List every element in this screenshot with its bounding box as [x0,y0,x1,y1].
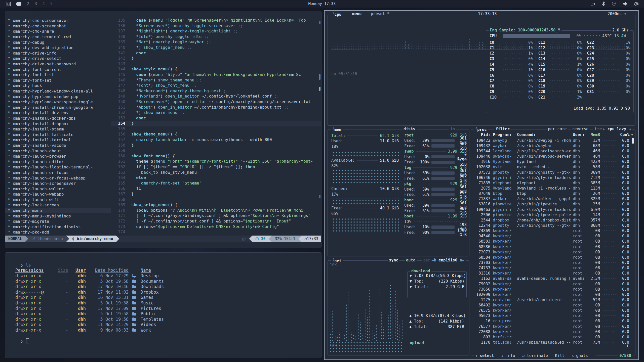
process-row[interactable]: 81310kworker/root0B0.0 [473,271,633,276]
proc-footer-keys[interactable]: ↑ select ↓ info ↵ terminate Kill signals [474,353,596,358]
file-item[interactable]: *omarchy-drive-select [5,56,111,61]
process-row[interactable]: 109432waybar/usr/bin/waybardhh68M0.0 [473,143,633,148]
file-item[interactable]: *omarchy-launch-walker [5,186,111,192]
file-item[interactable]: *omarchy-hook [5,83,111,88]
process-row[interactable]: 87573ghostty/usr/bin/ghostty --gtk-dhh36… [473,170,633,175]
process-row[interactable]: 87649btopbtopdhh26M0.0 [473,191,633,196]
workspace-5[interactable]: 5 [50,2,53,6]
process-row[interactable]: 109344localsea/usr/lib/localsearch-exdhh… [473,148,633,154]
process-row[interactable]: 63816pipewire/usr/bin/pipewiredhh25M0.0 [473,202,633,207]
logout-icon[interactable] [591,2,595,6]
workspace-2[interactable]: 2 [27,2,29,6]
proc-scrollbar[interactable] [632,138,634,144]
file-item[interactable]: *omarchy-dev-add-migration [5,45,111,51]
workspace-4[interactable]: 4 [43,2,45,6]
file-item[interactable]: *omarchy-menu [5,208,111,213]
process-row[interactable]: 72088kworker/root0B0.0 [473,329,633,334]
scrollbar-mark[interactable] [319,21,320,24]
cpu-tab-menu[interactable]: menu [351,12,363,16]
process-row[interactable]: 1162avahi-daavahi-daemon: running [avahi… [473,276,633,281]
file-item[interactable]: *omarchy-hyprland-window-pop [5,94,111,99]
file-item[interactable]: *omarchy-cmd-screensaver [5,18,111,23]
file-item[interactable]: *omarchy-debug [5,39,111,45]
update-interval[interactable]: - 2000ms + [602,12,628,16]
file-item[interactable]: *omarchy-install-terminal [5,137,111,143]
net-tab-auto[interactable]: auto [405,258,417,262]
btop-window[interactable]: 1cpu menu preset * 17:33:13 - 2000ms + u… [324,10,639,360]
file-item[interactable]: *omarchy-install-vscode [5,143,111,148]
file-item[interactable]: *omarchy-cmd-share [5,29,111,34]
process-row[interactable]: 106746glycin-i/usr/lib/glycin-loadersdhh… [473,175,633,180]
proc-tab-per-core[interactable]: per-core [547,127,568,131]
process-row[interactable]: 2544dropbox/home/dhh/.dropbox-distdhh357… [473,217,633,223]
file-item[interactable]: *omarchy-launch-or-focus [5,170,111,175]
code-pane[interactable]: 135 case $(menu "Toggle" "▣ Screensaver\… [111,11,321,235]
process-row[interactable]: 95673kworker/root0B0.0 [473,313,633,319]
process-row[interactable]: 68586kworker/root0B0.0 [473,244,633,249]
process-row[interactable]: 76575kworker/root0B0.0 [473,308,633,313]
process-row[interactable]: 102099kworker/root0B0.0 [473,292,633,297]
file-item[interactable]: *omarchy-install-docker-dbs [5,116,111,121]
process-row[interactable]: 1170tailscal/usr/sbin/tailscaled --root7… [473,340,633,345]
file-item[interactable]: *omarchy-font-list [5,72,111,78]
editor-terminal-window[interactable]: *omarchy-cmd-screensaver*omarchy-cmd-scr… [5,11,321,248]
process-row[interactable]: 109463glycin-i/usr/lib/glycin-loadersdhh… [473,207,633,212]
process-row[interactable]: 68583kworker/root0B0.0 [473,239,633,244]
process-row[interactable]: 73656kworker/root0B0.0 [473,287,633,292]
process-row[interactable]: 76577kworker/root0B0.0 [473,324,633,329]
process-row[interactable]: 73703kworker/root0B0.0 [473,260,633,265]
process-row[interactable]: 109440swayosd-/usr/bin/swayosd-serverdhh… [473,154,633,159]
process-row[interactable]: 71835elephantelephantdhh385M0.0 [473,180,633,186]
process-row[interactable]: 1275containe/usr/bin/containerdroot52M0.… [473,297,633,302]
proc-tab-reverse[interactable]: reverse [571,127,590,131]
file-item[interactable]: *omarchy-launch-webapp [5,192,111,197]
file-item[interactable]: *omarchy-cmd-screenshot [5,23,111,29]
file-item[interactable]: *omarchy-migrate [5,219,111,224]
proc-sort[interactable]: ← cpu lazy → [601,127,632,131]
file-item[interactable]: *omarchy-launch-screensaver [5,181,111,186]
process-row[interactable]: 79032kworker/root0B0.0 [473,281,633,287]
process-row[interactable]: 109423swaybg/usr/bin/swaybg -i /homdhh13… [473,138,633,143]
file-item[interactable]: *omarchy-launch-about [5,148,111,154]
workspace-3[interactable]: 3 [35,2,37,6]
network-icon[interactable] [612,2,617,6]
file-item[interactable]: *omarchy-menu-keybindings [5,213,111,219]
process-row[interactable]: 71837walker/usr/bin/walker --gappldhh325… [473,196,633,202]
ls-terminal-window[interactable]: ~ ❯ lsPermissionsSizeUserDate ModifiedNa… [5,252,321,358]
scrollbar-mark[interactable] [319,195,320,198]
workspace-1-active[interactable] [16,2,21,6]
process-row[interactable]: 94540kworker/root0B0.0 [473,234,633,239]
process-row[interactable]: 1916HyprlandHyprlanddhh423M0.0 [473,159,633,164]
process-row[interactable]: 2075XwaylandXwayland :1 -rootless -dhh11… [473,186,633,191]
chip-icon[interactable] [634,2,638,6]
file-item[interactable]: *omarchy-drive-set-password [5,61,111,67]
file-item[interactable]: *omarchy-install-chromium-google-a [5,105,111,110]
file-item[interactable]: *omarchy-launch-or-focus-webapp [5,175,111,181]
process-row[interactable]: 102638nvimnvim --embed .dhh58M0.0 [473,164,633,170]
process-row[interactable]: 2506pipewire/usr/bin/pipewire-pulsedhh14… [473,212,633,217]
scrollbar-mark[interactable] [319,74,320,80]
file-item[interactable]: *omarchy-install-tailscale [5,132,111,137]
io-tab[interactable]: io [449,127,456,131]
file-item[interactable]: *omarchy-launch-floating-terminal- [5,164,111,170]
cpu-tab-preset[interactable]: preset * [370,12,391,16]
proc-panel-title[interactable]: 4proc [474,127,488,132]
process-row[interactable]: 12244ghostty/usr/bin/ghostty --gtk-dhh86… [473,223,633,228]
proc-tab-filter[interactable]: filter [494,127,511,131]
file-item[interactable]: *omarchy-launch-editor [5,159,111,164]
process-row[interactable]: 74869kworker/root0B0.0 [473,228,633,234]
file-item[interactable]: *omarchy-launch-wifi [5,197,111,203]
file-item[interactable]: *omarchy-pkg-add [5,230,111,235]
file-item[interactable]: *omarchy-hyprland-window-close-all [5,88,111,94]
file-item[interactable]: *omarchy-hyprland-workspace-toggle [5,99,111,105]
file-item[interactable]: *omarchy-cmd-terminal-cwd [5,34,111,40]
process-row[interactable]: 16rcu_preeroot0B0.0 [473,319,633,324]
prompt-line[interactable]: ~ ❯ [15,338,321,344]
bluetooth-icon[interactable] [602,2,605,6]
mem-panel-title[interactable]: 2mem [331,127,343,132]
process-row[interactable]: 68402kworker/root0B0.0 [473,303,633,308]
file-item[interactable]: *omarchy-launch-browser [5,154,111,159]
file-item[interactable]: *omarchy-install-dropbox [5,121,111,126]
file-item[interactable]: *omarchy-notification-dismiss [5,224,111,230]
process-row[interactable]: 74733kworker/root0B0.0 [473,265,633,271]
